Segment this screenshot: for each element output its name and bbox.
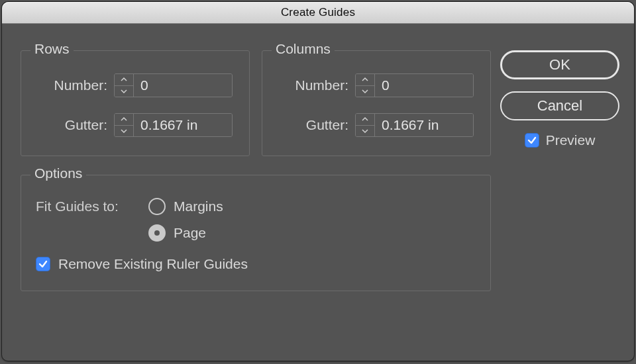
columns-gutter-label: Gutter: — [277, 117, 355, 133]
rows-gutter-label: Gutter: — [36, 117, 114, 133]
chevron-down-icon — [362, 89, 368, 93]
fit-page-label: Page — [174, 225, 206, 241]
rows-legend: Rows — [30, 41, 74, 57]
chevron-up-icon — [121, 117, 127, 121]
rows-number-stepper[interactable] — [114, 73, 233, 97]
preview-label: Preview — [546, 132, 596, 148]
columns-number-step-up[interactable] — [356, 74, 374, 86]
fit-margins-label: Margins — [174, 199, 223, 214]
chevron-up-icon — [362, 117, 368, 121]
columns-legend: Columns — [272, 41, 335, 57]
columns-number-label: Number: — [277, 77, 355, 93]
rows-gutter-input[interactable] — [134, 114, 232, 136]
radio-icon — [148, 198, 166, 215]
rows-gutter-step-up[interactable] — [115, 114, 133, 126]
columns-gutter-stepper[interactable] — [355, 113, 474, 137]
ok-button[interactable]: OK — [500, 50, 619, 79]
columns-group: Columns Number: — [262, 50, 491, 156]
columns-gutter-input[interactable] — [375, 114, 473, 136]
remove-guides-label: Remove Existing Ruler Guides — [58, 256, 248, 272]
rows-number-step-down[interactable] — [115, 86, 133, 97]
cancel-button[interactable]: Cancel — [500, 91, 619, 120]
rows-number-step-up[interactable] — [115, 74, 133, 86]
chevron-down-icon — [121, 129, 127, 133]
title-bar: Create Guides — [2, 2, 634, 24]
options-legend: Options — [30, 165, 86, 181]
columns-gutter-step-down[interactable] — [356, 126, 374, 137]
rows-group: Rows Number: — [21, 50, 250, 156]
check-icon — [38, 259, 48, 269]
columns-number-step-down[interactable] — [356, 86, 374, 97]
chevron-down-icon — [362, 129, 368, 133]
rows-number-label: Number: — [36, 77, 114, 93]
rows-number-input[interactable] — [134, 74, 232, 97]
remove-guides-checkbox[interactable] — [36, 257, 50, 271]
chevron-down-icon — [121, 89, 127, 93]
columns-number-stepper[interactable] — [355, 73, 474, 97]
chevron-up-icon — [362, 77, 368, 81]
rows-gutter-stepper[interactable] — [114, 113, 233, 137]
fit-page-radio[interactable]: Page — [148, 224, 206, 242]
fit-guides-label: Fit Guides to: — [36, 199, 148, 214]
check-icon — [527, 136, 537, 145]
columns-number-input[interactable] — [375, 74, 473, 97]
preview-checkbox[interactable] — [525, 133, 539, 148]
dialog-window: Create Guides Rows Number: — [1, 1, 635, 361]
options-group: Options Fit Guides to: Margins Page — [21, 175, 491, 291]
chevron-up-icon — [121, 77, 127, 81]
columns-gutter-step-up[interactable] — [356, 114, 374, 126]
rows-gutter-step-down[interactable] — [115, 126, 133, 137]
fit-margins-radio[interactable]: Margins — [148, 198, 223, 215]
dialog-title: Create Guides — [281, 6, 355, 19]
radio-icon — [148, 224, 166, 242]
